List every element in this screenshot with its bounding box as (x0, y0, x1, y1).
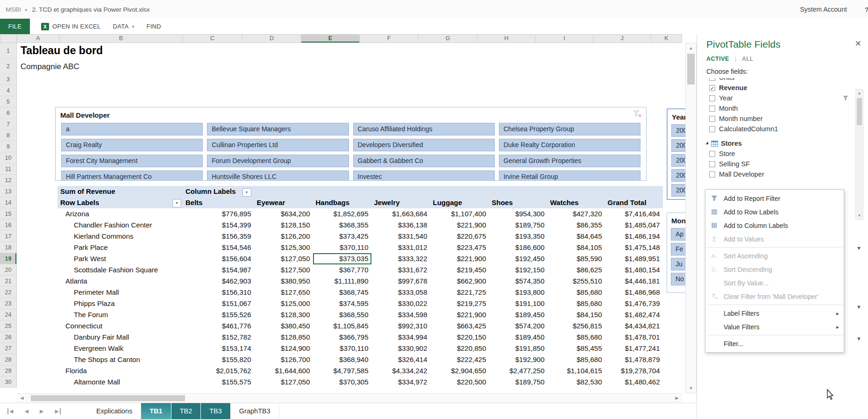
selected-cell[interactable]: $373,035 (313, 253, 371, 264)
column-header-G[interactable]: G (419, 35, 477, 43)
row-header-18[interactable]: 18 (0, 242, 16, 253)
field-item-store[interactable]: Store (704, 149, 851, 159)
vertical-scrollbar[interactable]: ▲ ▼ (685, 43, 697, 393)
scroll-left-icon[interactable]: ◀ (17, 394, 27, 403)
pivot-cell[interactable]: $220,150 (430, 332, 489, 343)
field-item-revenue[interactable]: ✓Revenue (704, 83, 851, 93)
column-header-J[interactable]: J (593, 35, 651, 43)
pivot-cell[interactable]: $1,476,739 (605, 298, 663, 309)
pivot-cell[interactable]: $127,500 (254, 264, 313, 276)
pivot-cell[interactable]: $125,000 (254, 298, 313, 309)
pivot-cell[interactable]: $663,425 (430, 320, 489, 332)
column-header-B[interactable]: B (60, 35, 183, 43)
slicer-item-developers-diversified[interactable]: Developers Diversified (353, 139, 495, 151)
fields-scroll-thumb[interactable] (857, 98, 862, 125)
pivot-cell[interactable]: $84,150 (548, 309, 605, 320)
row-header-23[interactable]: 23 (0, 298, 16, 309)
scroll-up-icon[interactable]: ▲ (686, 43, 696, 53)
expand-triangle-icon[interactable] (705, 142, 708, 144)
pivot-cell[interactable]: $997,678 (371, 276, 430, 287)
pivot-cell[interactable]: $222,425 (430, 354, 489, 365)
pivot-cell[interactable]: $4,446,181 (605, 276, 663, 287)
field-item-selling-sf[interactable]: Selling SF (704, 159, 851, 169)
pivot-cell[interactable]: $85,680 (548, 332, 605, 343)
pivot-cell[interactable]: $255,510 (548, 276, 605, 287)
pivot-row-labels-cell[interactable]: Row Labels▼ (57, 197, 183, 208)
slicer-item-month-1[interactable]: Fe (671, 243, 685, 256)
breadcrumb-root[interactable]: MSBI (6, 6, 21, 13)
pivot-cell[interactable]: $1,478,701 (605, 332, 663, 343)
pivot-column-header-belts[interactable]: Belts (183, 197, 254, 208)
pivot-cell[interactable]: $193,800 (489, 287, 548, 298)
pivot-cell[interactable]: $331,540 (371, 231, 430, 242)
select-all-corner[interactable] (0, 34, 17, 43)
pivot-cell[interactable]: $1,482,474 (605, 309, 663, 320)
pivot-row-label[interactable]: Danbury Fair Mall (57, 332, 183, 343)
pivot-row-label[interactable]: Evergreen Walk (57, 343, 183, 354)
scroll-down-icon[interactable]: ▼ (856, 212, 863, 220)
field-checkbox[interactable] (709, 151, 715, 157)
pivot-cell[interactable]: $128,850 (254, 332, 313, 343)
pivot-cell[interactable]: $370,110 (313, 242, 371, 253)
slicer-item-year-2[interactable]: 200 (671, 154, 685, 167)
pivot-cell[interactable]: $189,450 (489, 309, 548, 320)
pivot-row-label[interactable]: Florida (57, 365, 183, 376)
row-header-29[interactable]: 29 (0, 365, 16, 376)
pivot-cell[interactable]: $1,475,148 (605, 242, 663, 253)
row-header-10[interactable]: 10 (0, 152, 16, 163)
pivot-cell[interactable]: $368,550 (313, 309, 371, 320)
horizontal-scrollbar[interactable]: ◀ ▶ (17, 393, 682, 403)
pivot-cell[interactable]: $330,022 (371, 298, 430, 309)
pivot-cell[interactable]: $373,425 (313, 231, 371, 242)
pivot-cell[interactable]: $219,275 (430, 298, 489, 309)
area-dropdown-icon[interactable]: ▼ (856, 304, 861, 310)
pivot-cell[interactable]: $152,782 (183, 332, 254, 343)
pivot-cell[interactable]: $2,477,250 (489, 365, 548, 376)
pivot-column-labels-cell[interactable]: Column Labels▼ (183, 186, 254, 197)
pivot-cell[interactable]: $954,300 (489, 208, 548, 220)
pivot-cell[interactable]: $154,399 (183, 220, 254, 231)
field-checkbox[interactable] (709, 116, 715, 122)
pivot-column-header-grand-total[interactable]: Grand Total (605, 197, 663, 208)
pivot-cell[interactable]: $192,450 (489, 253, 548, 264)
pivot-cell[interactable]: $193,350 (489, 231, 548, 242)
scroll-down-icon[interactable]: ▼ (686, 383, 696, 393)
slicer-item-year-1[interactable]: 200 (671, 139, 685, 152)
pivot-cell[interactable]: $155,575 (183, 376, 254, 388)
pivot-cell[interactable]: $155,526 (183, 309, 254, 320)
close-icon[interactable]: ✕ (855, 39, 861, 49)
row-header-20[interactable]: 20 (0, 264, 16, 276)
pivot-cell[interactable]: $380,950 (254, 276, 313, 287)
column-labels-dropdown-icon[interactable]: ▼ (242, 188, 251, 197)
find-button[interactable]: FIND (146, 19, 161, 34)
field-item-month[interactable]: Month (704, 103, 851, 114)
pivot-cell[interactable]: $462,903 (183, 276, 254, 287)
pivot-cell[interactable]: $186,600 (489, 242, 548, 253)
pivot-column-header-shoes[interactable]: Shoes (489, 197, 548, 208)
pivot-cell[interactable]: $192,900 (489, 354, 548, 365)
field-item-year[interactable]: Year (704, 93, 851, 103)
file-button[interactable]: FILE (0, 19, 30, 34)
pivot-cell[interactable]: $1,852,695 (313, 208, 371, 220)
field-checkbox[interactable] (709, 161, 715, 167)
pivot-column-header-jewelry[interactable]: Jewelry (371, 197, 430, 208)
pivot-cell[interactable]: $126,700 (254, 354, 313, 365)
row-header-15[interactable]: 15 (0, 208, 16, 220)
row-header-11[interactable]: 11 (0, 163, 16, 175)
menu-item-add-to-report-filter[interactable]: Add to Report Filter (705, 192, 844, 205)
pivot-row-label[interactable]: Park West (57, 253, 183, 264)
pivot-cell[interactable]: $334,994 (371, 332, 430, 343)
slicer-item-month-0[interactable]: Ap (671, 228, 685, 241)
pivot-cell[interactable]: $1,478,879 (605, 354, 663, 365)
pivot-cell[interactable]: $1,489,951 (605, 253, 663, 264)
data-menu[interactable]: DATA ▾ (113, 19, 135, 34)
area-dropdown-icon[interactable]: ▼ (856, 245, 861, 251)
pivot-cell[interactable]: $127,650 (254, 287, 313, 298)
field-item-calculatedcolumn1[interactable]: CalculatedColumn1 (704, 124, 851, 134)
pivot-cell[interactable]: $374,595 (313, 298, 371, 309)
pivot-cell[interactable]: $326,414 (371, 354, 430, 365)
pivot-cell[interactable]: $220,850 (430, 343, 489, 354)
pivot-row-label[interactable]: Park Place (57, 242, 183, 253)
pivot-cell[interactable]: $156,359 (183, 231, 254, 242)
row-header-9[interactable]: 9 (0, 141, 16, 152)
